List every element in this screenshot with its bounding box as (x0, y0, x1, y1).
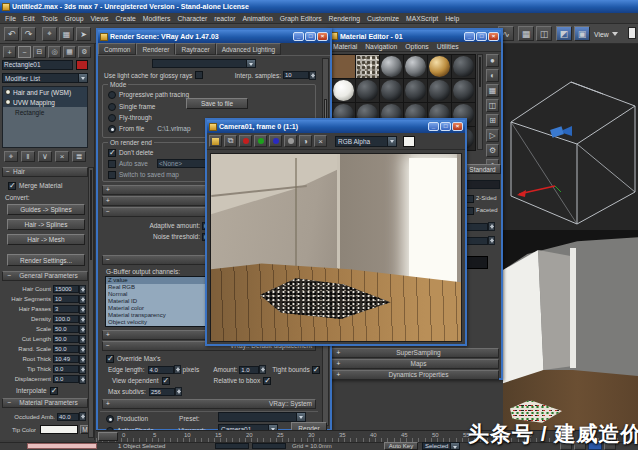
spinner[interactable] (79, 375, 86, 384)
lightbulb-icon[interactable] (5, 99, 11, 105)
spinner[interactable] (79, 325, 86, 334)
param-field[interactable] (466, 237, 488, 245)
max-subdivs-field[interactable]: 256 (149, 388, 175, 396)
override-checkbox[interactable] (106, 355, 114, 363)
tab-raytracer[interactable]: Raytracer (175, 43, 215, 55)
menu-modifiers[interactable]: Modifiers (143, 15, 171, 22)
material-editor-icon[interactable]: ◩ (556, 26, 572, 41)
menu-reactor[interactable]: reactor (214, 15, 235, 22)
material-slot[interactable] (428, 79, 451, 102)
material-slot[interactable] (428, 55, 451, 78)
redo-icon[interactable]: ↷ (21, 27, 36, 41)
param-field[interactable]: 0.0 (53, 375, 79, 383)
material-slot[interactable] (380, 55, 403, 78)
tab-common[interactable]: Common (98, 43, 136, 55)
utilities-tab-icon[interactable]: ⚙ (78, 46, 91, 58)
viewport-perspective[interactable] (503, 44, 638, 230)
maximize-button[interactable]: □ (305, 32, 316, 41)
filter-dropdown[interactable] (152, 59, 256, 68)
create-tab-icon[interactable]: + (3, 46, 16, 58)
interpolate-checkbox[interactable] (50, 387, 58, 395)
make-preview-icon[interactable]: ▷ (486, 129, 499, 142)
menu-views[interactable]: Views (90, 15, 108, 22)
tip-color-swatch[interactable] (40, 425, 78, 434)
minimize-button[interactable]: _ (293, 32, 304, 41)
close-button[interactable]: × (317, 32, 328, 41)
spinner[interactable] (79, 412, 86, 421)
from-file-radio[interactable] (108, 125, 116, 133)
tight-bounds-checkbox[interactable] (312, 366, 320, 374)
spinner[interactable] (488, 236, 495, 245)
material-editor-title-bar[interactable]: Material Editor - 01 _□× (328, 30, 501, 42)
minimize-button[interactable]: _ (464, 32, 475, 41)
slots-scrollbar[interactable] (477, 54, 483, 150)
monochrome-icon[interactable]: ◑ (299, 135, 312, 147)
param-field[interactable]: 10 (53, 295, 79, 303)
stack-item-rectangle[interactable]: Rectangle (3, 107, 87, 117)
glossy-checkbox[interactable] (195, 71, 203, 79)
object-name-field[interactable]: Rectangle01 (2, 60, 73, 70)
menu-customize[interactable]: Customize (367, 15, 399, 22)
render-frame-title-bar[interactable]: Camera01, frame 0 (1:1) _□× (207, 120, 465, 133)
rollout-dynamics-properties[interactable]: +Dynamics Properties (331, 370, 499, 380)
menu-material[interactable]: Material (333, 43, 357, 50)
spinner[interactable] (488, 222, 495, 231)
preset-dropdown[interactable] (218, 412, 306, 422)
spinner[interactable] (79, 345, 86, 354)
menu-rendering[interactable]: Rendering (329, 15, 360, 22)
display-tab-icon[interactable]: ▦ (63, 46, 76, 58)
guides-to-splines-button[interactable]: Guides -> Splines (7, 204, 85, 215)
time-slider[interactable] (98, 432, 118, 441)
spinner[interactable] (79, 285, 86, 294)
clone-window-icon[interactable]: ⧉ (224, 135, 237, 147)
select-link-icon[interactable]: ⌖ (42, 27, 57, 41)
rollout-general-parameters[interactable]: −General Parameters (2, 271, 88, 281)
occluded-amb-field[interactable]: 40.0 (57, 413, 79, 421)
progressive-radio[interactable] (108, 91, 116, 99)
alpha-channel-icon[interactable] (284, 135, 297, 147)
spinner[interactable] (79, 295, 86, 304)
menu-edit[interactable]: Edit (23, 15, 35, 22)
hierarchy-tab-icon[interactable]: ⊟ (33, 46, 46, 58)
minimize-button[interactable]: _ (428, 122, 439, 131)
modifier-list-dropdown[interactable]: Modifier List (2, 73, 88, 83)
param-field[interactable]: 50.0 (53, 325, 79, 333)
menu-tools[interactable]: Tools (42, 15, 58, 22)
interp-samples-field[interactable]: 10 (283, 71, 309, 79)
switch-map-checkbox[interactable] (108, 171, 116, 179)
pin-stack-icon[interactable]: ⌖ (4, 151, 18, 162)
save-bitmap-icon[interactable] (209, 135, 222, 147)
material-type-button[interactable]: Standard (464, 164, 501, 174)
sample-type-icon[interactable]: ● (486, 54, 499, 67)
blue-channel-icon[interactable] (269, 135, 282, 147)
menu-navigation[interactable]: Navigation (365, 43, 397, 50)
hair-to-splines-button[interactable]: Hair -> Splines (7, 219, 85, 230)
menu-help[interactable]: Help (445, 15, 459, 22)
single-frame-radio[interactable] (108, 103, 116, 111)
clear-icon[interactable]: × (314, 135, 327, 147)
spinner[interactable] (175, 387, 182, 396)
unlink-icon[interactable]: ▦ (59, 27, 74, 41)
param-field[interactable]: 50.0 (53, 335, 79, 343)
dont-delete-checkbox[interactable] (108, 149, 116, 157)
motion-tab-icon[interactable]: ◎ (48, 46, 61, 58)
configure-stack-icon[interactable]: ≣ (72, 151, 86, 162)
stack-item-uvw-mapping[interactable]: UVW Mapping (3, 97, 87, 107)
render-dialog-title-bar[interactable]: Render Scene: VRay Adv 1.47.03 _□× (98, 30, 330, 43)
param-field[interactable]: 50.0 (53, 345, 79, 353)
background-icon[interactable]: ▦ (486, 84, 499, 97)
save-to-file-button[interactable]: Save to file (186, 98, 248, 109)
material-slot[interactable] (356, 79, 379, 102)
undo-icon[interactable]: ↶ (4, 27, 19, 41)
selection-filter-dropdown[interactable]: Selected (422, 442, 460, 450)
remove-modifier-icon[interactable]: × (55, 151, 69, 162)
color-swatch[interactable] (628, 27, 636, 39)
spinner[interactable] (259, 365, 266, 374)
options-icon[interactable]: ⚙ (486, 144, 499, 157)
rollout-material-parameters[interactable]: −Material Parameters (2, 398, 88, 408)
command-panel-scrollbar[interactable] (88, 167, 94, 438)
param-field[interactable]: 100.0 (53, 315, 79, 323)
relative-bbox-checkbox[interactable] (263, 377, 271, 385)
material-slot[interactable] (404, 55, 427, 78)
param-field[interactable] (466, 223, 488, 231)
